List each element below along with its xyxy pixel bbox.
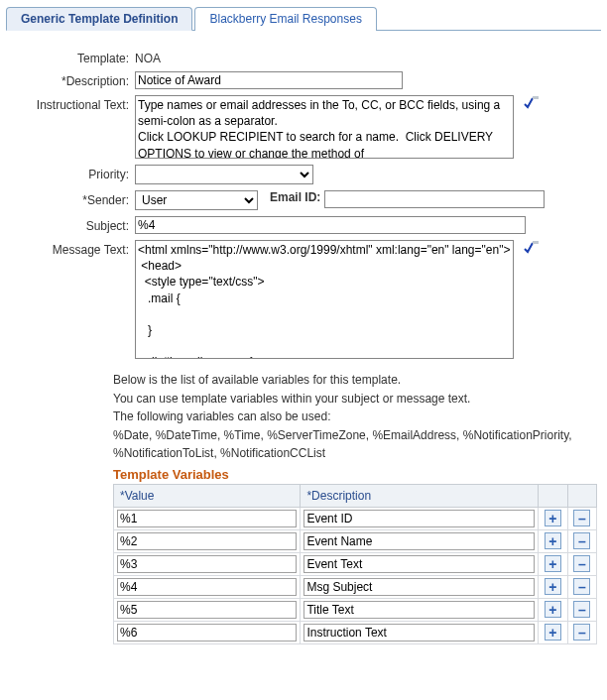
delete-row-button[interactable]: – (573, 624, 590, 641)
tv-value-input[interactable] (117, 601, 297, 619)
table-row: +– (114, 575, 597, 598)
sender-select[interactable]: User (135, 190, 258, 210)
col-header-value[interactable]: *Value (114, 484, 301, 507)
description-input[interactable] (135, 71, 403, 89)
table-row: +– (114, 621, 597, 643)
table-row: +– (114, 529, 597, 552)
label-priority: Priority: (6, 165, 135, 181)
add-row-button[interactable]: + (545, 624, 561, 641)
table-row: +– (114, 552, 597, 575)
template-variables-table: *Value *Description +–+–+–+–+–+– (113, 484, 597, 644)
priority-select[interactable] (135, 165, 313, 184)
add-row-button[interactable]: + (545, 578, 561, 595)
emailid-input[interactable] (324, 190, 545, 208)
label-description: *Description: (6, 71, 135, 88)
tv-desc-input[interactable] (304, 624, 535, 642)
tv-value-input[interactable] (117, 532, 297, 550)
label-emailid: Email ID: (270, 190, 320, 204)
help-line: The following variables can also be used… (113, 408, 599, 426)
tv-value-input[interactable] (117, 555, 297, 573)
delete-row-button[interactable]: – (573, 578, 590, 595)
tv-desc-input[interactable] (304, 532, 535, 550)
help-line: You can use template variables within yo… (113, 390, 599, 408)
tv-desc-input[interactable] (304, 555, 535, 573)
tv-desc-input[interactable] (304, 578, 535, 596)
form-body: Template: NOA *Description: Instructiona… (6, 49, 601, 644)
table-row: +– (114, 507, 597, 529)
col-header-del (567, 484, 596, 507)
help-line: %Date, %DateTime, %Time, %ServerTimeZone… (113, 426, 599, 463)
tv-desc-input[interactable] (304, 601, 535, 619)
template-variables-heading: Template Variables (113, 467, 597, 482)
tv-value-input[interactable] (117, 578, 297, 596)
message-textarea[interactable]: <html xmlns="http://www.w3.org/1999/xhtm… (135, 240, 514, 359)
svg-rect-1 (533, 241, 539, 244)
delete-row-button[interactable]: – (573, 601, 590, 618)
col-header-description[interactable]: *Description (301, 484, 539, 507)
spellcheck-icon[interactable] (524, 95, 540, 109)
spellcheck-icon[interactable] (524, 240, 540, 254)
label-subject: Subject: (6, 216, 135, 233)
add-row-button[interactable]: + (545, 601, 561, 618)
table-row: +– (114, 598, 597, 621)
subject-input[interactable] (135, 216, 526, 234)
add-row-button[interactable]: + (545, 510, 561, 526)
tv-value-input[interactable] (117, 510, 297, 527)
instructional-textarea[interactable]: Type names or email addresses in the To,… (135, 95, 514, 159)
delete-row-button[interactable]: – (573, 555, 590, 572)
label-template: Template: (6, 49, 135, 65)
tab-blackberry-responses[interactable]: Blackberry Email Responses (194, 7, 376, 31)
label-sender: *Sender: (6, 190, 135, 207)
tv-value-input[interactable] (117, 624, 297, 642)
add-row-button[interactable]: + (545, 532, 561, 549)
help-line: Below is the list of available variables… (113, 371, 599, 390)
tab-bar: Generic Template Definition Blackberry E… (6, 6, 601, 31)
col-header-add (539, 484, 567, 507)
tv-desc-input[interactable] (304, 510, 535, 527)
svg-rect-0 (533, 96, 539, 99)
add-row-button[interactable]: + (545, 555, 561, 572)
label-instructional: Instructional Text: (6, 95, 135, 112)
label-message: Message Text: (6, 240, 135, 257)
tab-generic-template[interactable]: Generic Template Definition (6, 7, 192, 31)
value-template: NOA (135, 49, 161, 65)
delete-row-button[interactable]: – (573, 532, 590, 549)
delete-row-button[interactable]: – (573, 510, 590, 526)
help-text: Below is the list of available variables… (113, 371, 599, 463)
